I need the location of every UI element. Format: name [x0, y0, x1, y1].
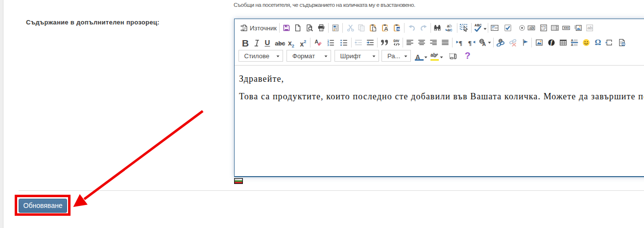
svg-text:A: A [571, 39, 573, 42]
svg-text:3: 3 [327, 44, 329, 46]
svg-text:W: W [397, 27, 401, 31]
svg-text:A: A [384, 26, 388, 32]
svg-text:¶: ¶ [459, 39, 462, 46]
svg-text:A: A [571, 43, 573, 46]
svg-text:xxx: xxx [564, 26, 569, 29]
svg-text:A: A [482, 41, 486, 46]
svg-text:DIV: DIV [393, 39, 399, 43]
svg-text:A: A [315, 39, 319, 45]
svg-text:ac: ac [447, 27, 452, 32]
svg-text:ab: ab [587, 25, 592, 30]
svg-text:¶: ¶ [468, 39, 472, 46]
svg-text:ABC: ABC [475, 24, 482, 27]
svg-text:Ω: Ω [595, 39, 601, 46]
svg-text:c d: c d [541, 27, 545, 30]
